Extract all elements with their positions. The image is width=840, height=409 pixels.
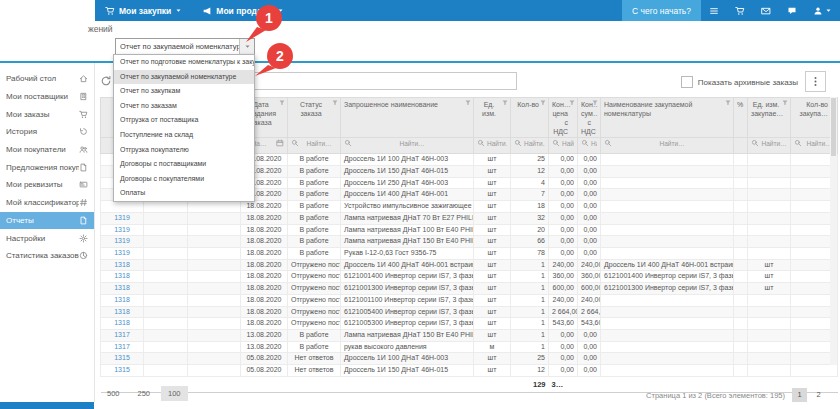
sidebar-item-reports[interactable]: Отчеты [0,212,94,230]
sidebar-item-classifier[interactable]: Мой классификатор [0,194,94,212]
dropdown-option[interactable]: Отгрузка покупателю [114,143,254,158]
filter-cell[interactable]: Найти… [288,138,341,154]
page-size-250[interactable]: 250 [131,386,158,401]
table-cell: 18.08.2020 [241,224,288,236]
table-cell [601,177,734,189]
filter-cell[interactable]: Най [578,138,601,154]
filter-cell[interactable]: Найти… [748,138,791,154]
filter-cell[interactable]: Най [549,138,578,154]
table-cell [188,248,241,260]
filter-cell[interactable]: Найти… [474,138,511,154]
topbar-menu-0[interactable]: Мои закупки [95,0,192,21]
table-row: 131918.08.2020В работеЛампа натриевая ДН… [101,236,838,248]
sidebar-item-settings[interactable]: Настройки [0,229,94,247]
table-row: 131918.08.2020В работеРукав I-12-0,63 Го… [101,248,838,260]
table-cell: 0,00 [549,365,578,377]
filter-funnel[interactable] [540,100,546,106]
refresh-button[interactable] [100,75,112,87]
order-number-link[interactable]: 1318 [101,294,144,306]
column-header[interactable]: Кол-во [511,98,549,138]
filter-funnel[interactable] [782,100,788,106]
scrollbar-thumb[interactable] [831,98,836,156]
sidebar-item-statistics[interactable]: Статистика заказов [0,247,94,265]
mail-button[interactable] [761,6,771,16]
sidebar-item-suppliers[interactable]: Мои поставщики [0,88,94,106]
order-number-link[interactable]: 1318 [101,283,144,295]
sidebar-item-proposals[interactable]: Предложения покуп… [0,158,94,176]
dropdown-option[interactable]: Договоры с покупателями [114,172,254,187]
archive-checkbox[interactable] [681,76,693,88]
sidebar-item-desktop[interactable]: Рабочий стол [0,70,94,88]
dropdown-option[interactable]: Поступление на склад [114,128,254,143]
column-header[interactable]: Кон… сум… с НДС [578,98,601,138]
column-header[interactable]: Запрошенное наименование [341,98,474,138]
dropdown-option[interactable]: Отчет по закупкам [114,84,254,99]
dropdown-option[interactable]: Отгрузка от поставщика [114,113,254,128]
filter-placeholder: Най [591,140,597,147]
sidebar-item-customers[interactable]: Мои покупатели [0,141,94,159]
dropdown-option[interactable]: Договоры с поставщиками [114,157,254,172]
table-cell: шт [474,294,511,306]
user-button[interactable] [813,6,832,16]
order-number-link[interactable]: 1319 [101,236,144,248]
help-button[interactable]: С чего начать? [622,0,701,21]
order-number-link[interactable]: 1319 [101,248,144,260]
column-header[interactable]: Кон… цена с НДС [549,98,578,138]
dropdown-option[interactable]: Отчет по подготовке номенклатуры к закуп… [114,55,254,70]
sidebar-item-requisites[interactable]: Мои реквизиты [0,176,94,194]
page-size-100[interactable]: 100 [161,386,188,401]
table-cell [601,341,734,353]
list-button[interactable] [709,6,719,16]
dropdown-option[interactable]: Оплаты [114,186,254,201]
filter-funnel[interactable] [569,100,575,106]
order-number-link[interactable]: 1319 [101,224,144,236]
table-cell: шт [474,201,511,213]
filter-funnel[interactable] [502,100,508,106]
dropdown-option[interactable]: Отчет по заказам [114,99,254,114]
sidebar-item-label: Статистика заказов [6,251,79,260]
table-cell [144,353,188,365]
filter-funnel[interactable] [332,100,338,106]
table-cell: 600,00 [578,283,601,295]
report-type-select[interactable]: Отчет по закупаемой номенклатуре [115,38,255,55]
order-number-link[interactable]: 1318 [101,271,144,283]
cart-button[interactable] [735,6,745,16]
table-cell: 2 664,00 [578,306,601,318]
filter-cell[interactable]: Найти… [511,138,549,154]
page-button-2[interactable]: 2 [811,388,826,402]
table-cell: Дроссель 1И 400 ДНаТ 46Н-001 встраиваемы… [601,259,734,271]
filter-funnel[interactable] [279,100,285,106]
table-cell: Рукав I-12-0,63 Гост 9356-75 [341,248,474,260]
order-number-link[interactable]: 1315 [101,365,144,377]
table-cell: 0,00 [578,329,601,341]
order-number-link[interactable]: 1317 [101,329,144,341]
sidebar-item-history[interactable]: История [0,123,94,141]
sidebar-item-orders[interactable]: Мои заказы [0,105,94,123]
filter-cell[interactable]: Найти… [601,138,734,154]
column-header[interactable]: % [734,98,748,138]
cart-icon [105,6,115,16]
filter-cell[interactable]: Найти… [341,138,474,154]
dropdown-option[interactable]: Отчет по закупаемой номенклатуре [114,70,254,85]
table-cell: 05.08.2020 [241,365,288,377]
order-number-link[interactable]: 1318 [101,306,144,318]
filter-funnel[interactable] [465,100,471,106]
order-number-link[interactable]: 1317 [101,341,144,353]
megaphone-icon [202,6,212,16]
order-number-link[interactable]: 1318 [101,259,144,271]
column-header[interactable]: Ед. изм. закупае… [748,98,791,138]
column-header[interactable]: Наименование закупаемой номенклатуры [601,98,734,138]
grid-menu-button[interactable] [805,71,826,92]
page-size-500[interactable]: 500 [100,386,127,401]
funnel-icon [782,100,788,106]
table-cell [601,154,734,166]
chat-button[interactable] [787,6,797,16]
order-number-link[interactable]: 1319 [101,212,144,224]
column-header[interactable]: Статус заказа [288,98,341,138]
filter-funnel[interactable] [725,100,731,106]
column-header[interactable]: Ед. изм. [474,98,511,138]
order-number-link[interactable]: 1315 [101,353,144,365]
page-button-1[interactable]: 1 [792,388,807,402]
order-number-link[interactable]: 1318 [101,318,144,330]
filter-funnel[interactable] [592,100,598,106]
